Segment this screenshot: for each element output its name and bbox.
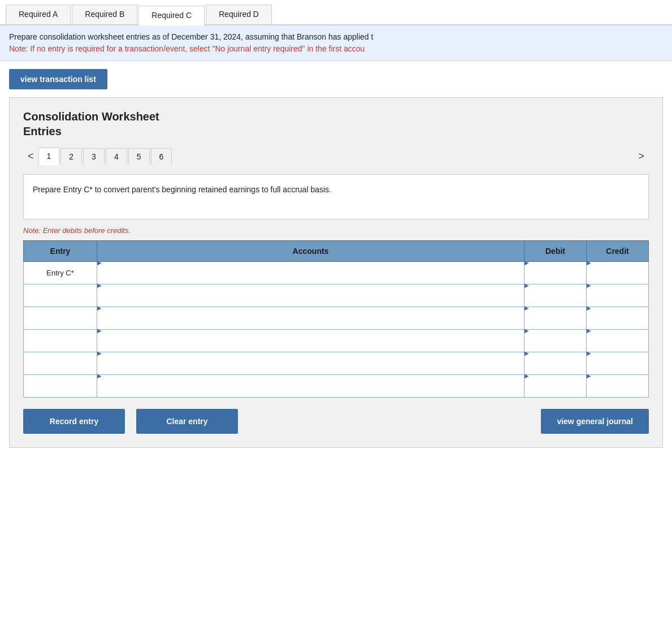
worksheet-title: Consolidation Worksheet Entries (23, 109, 649, 139)
record-entry-button[interactable]: Record entry (23, 409, 125, 434)
entry-label-cell: Entry C* (24, 262, 97, 284)
tab-required-c[interactable]: Required C (138, 6, 205, 25)
debit-input[interactable] (524, 312, 586, 334)
debit-input[interactable] (524, 334, 586, 356)
header-credit: Credit (587, 241, 649, 262)
tab-required-d[interactable]: Required D (206, 5, 272, 24)
header-debit: Debit (524, 241, 587, 262)
journal-entry-table: Entry Accounts Debit Credit Entry C*▶▶▶▶… (23, 240, 649, 398)
page-tab-5[interactable]: 5 (128, 148, 150, 165)
instructions-note: Note: If no entry is required for a tran… (9, 44, 365, 53)
accounts-input[interactable] (97, 334, 524, 356)
debit-input[interactable] (524, 289, 586, 311)
page-tab-6[interactable]: 6 (151, 148, 172, 165)
header-entry: Entry (24, 241, 97, 262)
prev-page-button[interactable]: < (23, 148, 38, 165)
tab-required-b[interactable]: Required B (72, 5, 137, 24)
debit-input[interactable] (524, 266, 586, 288)
tabs-bar: Required A Required B Required C Require… (0, 0, 672, 25)
accounts-input[interactable] (97, 312, 524, 334)
accounts-input[interactable] (97, 266, 524, 288)
entry-description-box: Prepare Entry C* to convert parent's beg… (23, 174, 649, 219)
page-tab-4[interactable]: 4 (106, 148, 127, 165)
accounts-input[interactable] (97, 289, 524, 311)
accounts-input[interactable] (97, 357, 524, 379)
credit-input[interactable] (587, 357, 648, 379)
entry-description-text: Prepare Entry C* to convert parent's beg… (33, 185, 331, 194)
page-tab-2[interactable]: 2 (60, 148, 82, 165)
page-tab-3[interactable]: 3 (83, 148, 105, 165)
debit-cell[interactable]: ▶ (524, 262, 587, 284)
entry-label-cell (24, 284, 97, 307)
credit-input[interactable] (587, 289, 648, 311)
tab-required-a[interactable]: Required A (6, 5, 71, 24)
next-page-button[interactable]: > (634, 148, 649, 165)
entry-label-cell (24, 375, 97, 398)
note-debits: Note: Enter debits before credits. (23, 226, 649, 235)
page-tab-1[interactable]: 1 (38, 148, 60, 165)
credit-input[interactable] (587, 379, 648, 402)
instructions-banner: Prepare consolidation worksheet entries … (0, 25, 672, 61)
header-accounts: Accounts (97, 241, 524, 262)
credit-input[interactable] (587, 312, 648, 334)
worksheet-card: Consolidation Worksheet Entries < 1 2 3 … (9, 97, 663, 448)
clear-entry-button[interactable]: Clear entry (136, 409, 238, 434)
table-row: Entry C*▶▶▶ (24, 262, 649, 284)
entry-pagination: < 1 2 3 4 5 6 > (23, 148, 649, 165)
view-transaction-button[interactable]: view transaction list (9, 69, 107, 89)
credit-input[interactable] (587, 266, 648, 288)
entry-label-cell (24, 352, 97, 375)
credit-cell[interactable]: ▶ (587, 262, 649, 284)
entry-label-cell (24, 330, 97, 352)
view-general-journal-button[interactable]: view general journal (541, 409, 649, 434)
debit-input[interactable] (524, 379, 586, 402)
action-buttons-bar: Record entry Clear entry view general jo… (23, 409, 649, 434)
accounts-input[interactable] (97, 379, 524, 402)
accounts-cell[interactable]: ▶ (97, 262, 524, 284)
instructions-text: Prepare consolidation worksheet entries … (9, 32, 373, 41)
debit-input[interactable] (524, 357, 586, 379)
entry-label-cell (24, 307, 97, 330)
credit-input[interactable] (587, 334, 648, 356)
